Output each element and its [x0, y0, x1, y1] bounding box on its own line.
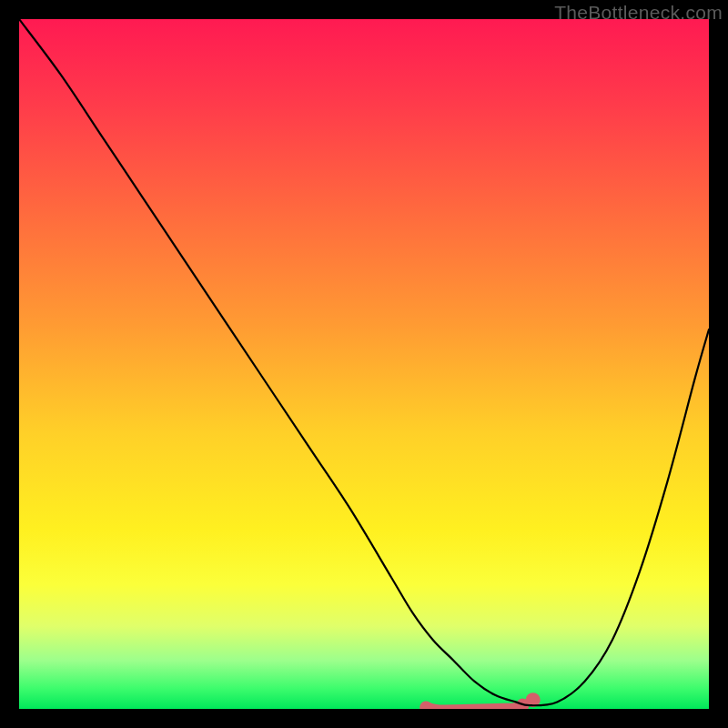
curve-line	[19, 19, 709, 705]
plot-area	[19, 19, 709, 709]
highlight-segment	[426, 693, 540, 709]
chart-frame	[19, 19, 709, 709]
chart-svg	[19, 19, 709, 709]
watermark-text: TheBottleneck.com	[554, 2, 723, 24]
